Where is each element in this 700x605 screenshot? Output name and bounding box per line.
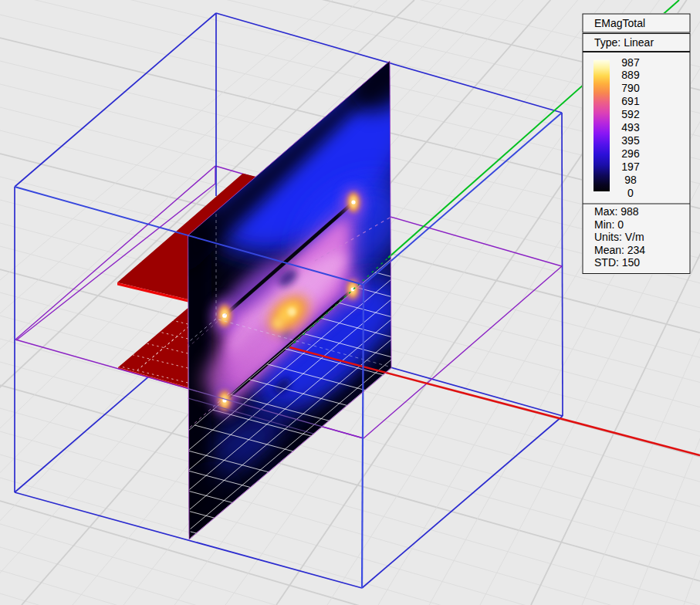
svg-text:493: 493 (621, 121, 640, 134)
svg-text:889: 889 (621, 69, 640, 81)
svg-text:Max: 988: Max: 988 (594, 205, 639, 218)
svg-text:Min: 0: Min: 0 (594, 218, 624, 231)
svg-text:395: 395 (621, 134, 640, 147)
svg-text:STD: 150: STD: 150 (594, 256, 640, 269)
svg-text:EMagTotal: EMagTotal (594, 17, 645, 29)
svg-text:197: 197 (621, 161, 640, 173)
svg-text:296: 296 (621, 147, 640, 160)
svg-text:691: 691 (621, 95, 640, 107)
svg-text:0: 0 (627, 187, 634, 199)
svg-text:98: 98 (624, 174, 637, 186)
svg-text:592: 592 (621, 108, 640, 120)
svg-text:Mean: 234: Mean: 234 (594, 244, 645, 256)
svg-text:Type: Linear: Type: Linear (594, 36, 654, 49)
svg-text:Units: V/m: Units: V/m (594, 231, 644, 243)
svg-text:987: 987 (621, 56, 640, 69)
svg-text:790: 790 (621, 82, 640, 94)
